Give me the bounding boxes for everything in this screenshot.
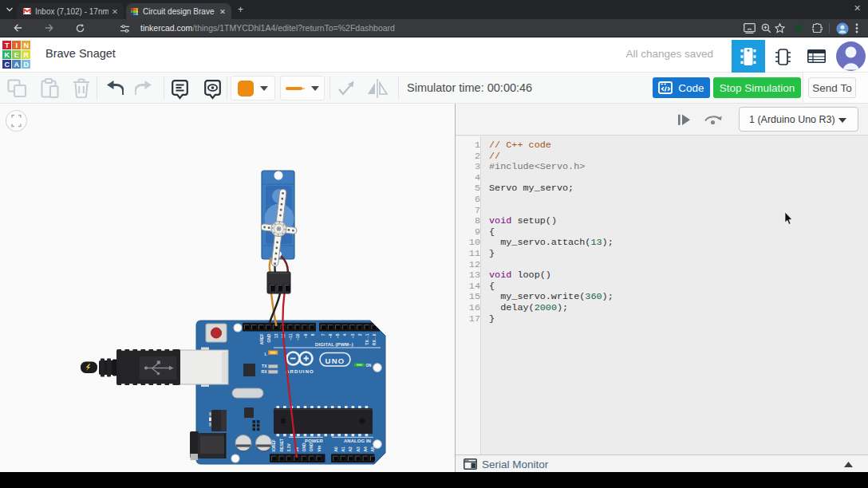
svg-text:ANALOG IN: ANALOG IN [344,439,371,443]
svg-text:L: L [264,352,266,356]
svg-text:GND: GND [309,443,314,452]
svg-text:2: 2 [357,333,362,336]
svg-text:~6: ~6 [328,333,333,338]
svg-text:~9: ~9 [303,333,308,338]
svg-text:ARDUINO: ARDUINO [286,369,314,374]
svg-text:~5: ~5 [335,333,340,338]
svg-text:A2: A2 [348,447,353,452]
svg-text:~11: ~11 [288,333,293,340]
svg-text:RESET: RESET [279,439,284,452]
svg-text:A3: A3 [356,447,361,452]
svg-text:RX: RX [262,369,268,374]
svg-text:UNO: UNO [325,356,345,365]
svg-text:3.3V: 3.3V [286,443,291,452]
svg-text:ON: ON [366,364,373,368]
svg-text:GND: GND [302,443,306,452]
svg-text:A0: A0 [333,447,338,452]
svg-text:AREF: AREF [259,334,264,345]
svg-text:IOREF: IOREF [271,439,276,451]
svg-text:POWER: POWER [305,439,323,443]
svg-text:~3: ~3 [350,333,355,338]
svg-text:RX←0: RX←0 [372,333,377,345]
svg-text:A4: A4 [363,447,368,452]
svg-text:DIGITAL (PWM~): DIGITAL (PWM~) [315,342,353,347]
svg-text:4: 4 [342,333,347,336]
svg-text:A1: A1 [341,447,345,452]
svg-text:TX: TX [262,364,267,368]
svg-text:13: 13 [274,333,278,338]
svg-text:~10: ~10 [295,333,300,340]
svg-text:GND: GND [266,333,271,343]
svg-text:8: 8 [310,333,315,336]
svg-text:TX→1: TX→1 [365,333,369,344]
svg-text:7: 7 [321,333,326,336]
svg-text:Vin: Vin [317,446,322,452]
